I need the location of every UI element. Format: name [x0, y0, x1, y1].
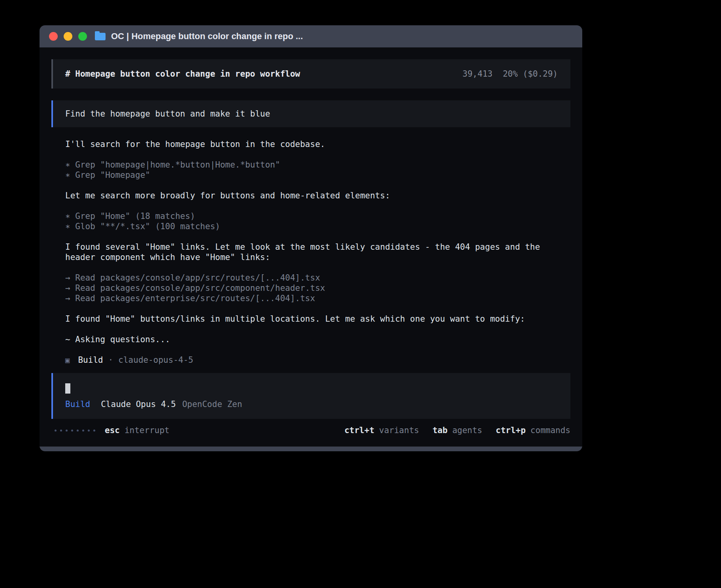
session-meta: 39,413 20% ($0.29): [462, 69, 558, 79]
desktop-background: OC | Homepage button color change in rep…: [0, 0, 721, 588]
traffic-lights: [49, 32, 87, 41]
tool-call-line: → Read packages/console/app/src/routes/[…: [65, 273, 559, 283]
shortcut-key: tab: [432, 425, 447, 435]
terminal-content: # Homepage button color change in repo w…: [40, 47, 582, 447]
model-info-row: Build Claude Opus 4.5 OpenCode Zen: [65, 399, 558, 409]
tool-call-line: → Read packages/enterprise/src/routes/[.…: [65, 293, 559, 303]
terminal-window: OC | Homepage button color change in rep…: [40, 25, 582, 451]
assistant-text: I'll search for the homepage button in t…: [65, 139, 559, 149]
zoom-button[interactable]: [78, 32, 87, 41]
tool-call-line: ∗ Grep "Homepage": [65, 170, 559, 180]
agent-name: Build: [78, 355, 103, 365]
tool-call-line: ∗ Glob "**/*.tsx" (100 matches): [65, 221, 559, 232]
shortcut-commands: ctrl+p commands: [496, 425, 570, 435]
asking-status-line: ~ Asking questions...: [65, 334, 559, 345]
window-title: OC | Homepage button color change in rep…: [111, 31, 303, 41]
tool-call-line: ∗ Grep "homepage|home.*button|Home.*butt…: [65, 160, 559, 170]
prompt-input[interactable]: Build Claude Opus 4.5 OpenCode Zen: [51, 373, 570, 419]
esc-key-hint: esc: [105, 425, 120, 435]
agent-model-name: claude-opus-4-5: [118, 355, 193, 365]
shortcut-label: agents: [452, 425, 482, 435]
tool-call-line: ∗ Grep "Home" (18 matches): [65, 211, 559, 221]
assistant-text: Let me search more broadly for buttons a…: [65, 190, 559, 201]
close-button[interactable]: [49, 32, 58, 41]
token-count: 39,413: [462, 69, 493, 79]
shortcut-agents: tab agents: [432, 425, 482, 435]
window-titlebar: OC | Homepage button color change in rep…: [40, 25, 582, 47]
user-message: Find the homepage button and make it blu…: [51, 100, 570, 127]
shortcut-label: commands: [530, 425, 570, 435]
shortcut-label: variants: [379, 425, 419, 435]
shortcut-variants: ctrl+t variants: [344, 425, 419, 435]
tool-call-line: → Read packages/console/app/src/componen…: [65, 283, 559, 293]
folder-icon: [95, 33, 106, 40]
assistant-text: I found "Home" buttons/links in multiple…: [65, 314, 559, 324]
user-message-text: Find the homepage button and make it blu…: [65, 109, 270, 119]
minimize-button[interactable]: [64, 32, 72, 41]
assistant-response: I'll search for the homepage button in t…: [65, 139, 559, 365]
esc-key-label: interrupt: [125, 425, 170, 435]
agent-square-icon: ▣: [65, 355, 70, 365]
model-name: Claude Opus 4.5: [101, 399, 176, 409]
session-header: # Homepage button color change in repo w…: [51, 59, 570, 89]
agent-separator-dot: ·: [108, 355, 113, 365]
shortcut-key: ctrl+p: [496, 425, 526, 435]
status-right: ctrl+t variants tab agents ctrl+p comman…: [331, 425, 570, 435]
model-provider: OpenCode Zen: [182, 399, 242, 409]
agent-summary-line: ▣ Build · claude-opus-4-5: [65, 355, 559, 365]
status-left: esc interrupt: [51, 425, 170, 435]
context-usage: 20% ($0.29): [503, 69, 558, 79]
activity-dots: [55, 430, 95, 432]
text-cursor: [65, 383, 70, 394]
assistant-text: I found several "Home" links. Let me loo…: [65, 242, 559, 262]
agent-mode-label: Build: [65, 399, 90, 409]
shortcut-key: ctrl+t: [344, 425, 374, 435]
session-title: # Homepage button color change in repo w…: [65, 69, 300, 79]
status-bar: esc interrupt ctrl+t variants tab agents…: [51, 425, 570, 435]
